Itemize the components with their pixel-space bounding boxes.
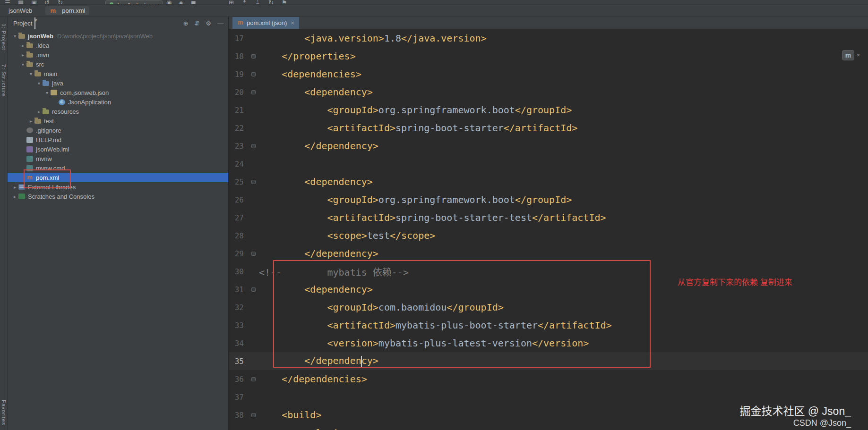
navigation-bar: jsonWeb pom.xml: [0, 5, 868, 17]
code-line-28[interactable]: 28<scope>test</scope>: [229, 227, 868, 245]
tool-window-button-structure[interactable]: 7: Structure: [1, 64, 7, 97]
code-line-35[interactable]: 35</dependency>: [229, 352, 868, 370]
code-line-37[interactable]: 37: [229, 388, 868, 406]
code-line-20[interactable]: 20<dependency>: [229, 83, 868, 101]
tree-down-arrow-icon[interactable]: ▾: [35, 81, 43, 86]
fold-marker-icon[interactable]: [248, 413, 259, 417]
code-line-33[interactable]: 33<artifactId>mybatis-plus-boot-starter<…: [229, 316, 868, 334]
fold-marker-icon[interactable]: [248, 144, 259, 148]
save-icon[interactable]: ▣: [31, 0, 37, 5]
close-icon[interactable]: ×: [291, 19, 294, 26]
code-line-32[interactable]: 32<groupId>com.baomidou</groupId>: [229, 298, 868, 316]
xml-tag: </properties>: [282, 51, 356, 62]
code-line-24[interactable]: 24: [229, 155, 868, 173]
grid-icon[interactable]: ⊞: [229, 0, 234, 5]
fold-marker-icon[interactable]: [248, 72, 259, 76]
tree-item-resources[interactable]: ▸resources: [8, 107, 228, 116]
maven-notification-badge: m ×: [842, 50, 860, 60]
tree-down-arrow-icon[interactable]: ▾: [27, 71, 34, 76]
sort-icon[interactable]: ⇵: [194, 20, 199, 27]
run-configuration-select[interactable]: JsonApplication ▾: [105, 0, 163, 5]
code-line-34[interactable]: 34<version>mybatis-plus-latest-version</…: [229, 334, 868, 352]
tree-item-mvnw[interactable]: mvnw: [8, 154, 228, 163]
folder-open-icon[interactable]: ▤: [18, 0, 24, 5]
coverage-icon[interactable]: ◈: [179, 0, 183, 5]
tree-right-arrow-icon[interactable]: ▸: [27, 118, 34, 124]
tree-down-arrow-icon[interactable]: ▾: [19, 62, 26, 67]
gear-icon[interactable]: ⚙: [206, 20, 211, 27]
tree-item-jsonweb-iml[interactable]: jsonWeb.iml: [8, 144, 228, 154]
maven-icon: [50, 8, 56, 14]
code-line-25[interactable]: 25<dependency>: [229, 173, 868, 191]
redo-icon[interactable]: ↻: [58, 0, 63, 5]
tree-right-arrow-icon[interactable]: ▸: [11, 194, 18, 199]
tree-item-external-libraries[interactable]: ▸External Libraries: [8, 182, 228, 192]
fold-marker-icon[interactable]: [248, 180, 259, 184]
code-line-17[interactable]: 17<java.version>1.8</java.version>: [229, 29, 868, 47]
tree-item-jsonweb[interactable]: ▾jsonWebD:\works\project\json\java\jsonW…: [8, 31, 228, 41]
undo-icon[interactable]: ↺: [44, 0, 50, 5]
tree-down-arrow-icon[interactable]: ▾: [43, 90, 51, 95]
tool-window-button-favorites[interactable]: Favorites: [1, 400, 7, 425]
project-root-path: D:\works\project\json\java\jsonWeb: [57, 33, 153, 40]
arrow-up-icon[interactable]: ⇡: [242, 0, 247, 5]
project-panel-title[interactable]: Project: [13, 20, 32, 27]
code-text: <dependency>: [259, 176, 373, 187]
tree-right-arrow-icon[interactable]: ▸: [35, 109, 43, 114]
tree-item-gitignore[interactable]: .gitignore: [8, 126, 228, 135]
maven-icon[interactable]: m: [842, 50, 854, 60]
code-line-36[interactable]: 36</dependencies>: [229, 370, 868, 388]
tree-down-arrow-icon[interactable]: ▾: [11, 34, 18, 39]
xml-tag: </groupId>: [515, 194, 572, 205]
code-line-21[interactable]: 21<groupId>org.springframework.boot</gro…: [229, 101, 868, 119]
tree-item-scratches-and-consoles[interactable]: ▸Scratches and Consoles: [8, 192, 228, 201]
breadcrumb-file[interactable]: pom.xml: [45, 6, 89, 15]
editor-tab-pom-xml[interactable]: pom.xml (json) ×: [232, 17, 299, 29]
tree-item-pom-xml[interactable]: pom.xml: [8, 173, 228, 182]
fold-marker-icon[interactable]: [248, 54, 259, 59]
code-line-18[interactable]: 18</properties>: [229, 47, 868, 65]
tree-right-arrow-icon[interactable]: ▸: [19, 52, 26, 58]
breadcrumb-project[interactable]: jsonWeb: [9, 7, 32, 14]
debug-icon[interactable]: ◉: [166, 0, 172, 5]
arrow-down-icon[interactable]: ⇣: [255, 0, 260, 5]
project-panel-header: Project ▾ ⊕⇵⚙—: [8, 17, 228, 29]
code-text: <artifactId>mybatis-plus-boot-starter</a…: [259, 320, 612, 331]
fold-marker-icon[interactable]: [248, 287, 259, 292]
code-line-22[interactable]: 22<artifactId>spring-boot-starter</artif…: [229, 119, 868, 137]
code-editor[interactable]: 17<java.version>1.8</java.version>18</pr…: [229, 29, 868, 430]
tree-right-arrow-icon[interactable]: ▸: [19, 43, 26, 48]
tree-item-idea[interactable]: ▸.idea: [8, 41, 228, 50]
menu-icon[interactable]: ☰: [5, 0, 10, 5]
tree-item-help-md[interactable]: HELP.md: [8, 135, 228, 144]
tree-item-main[interactable]: ▾main: [8, 69, 228, 78]
tool-window-button-project[interactable]: 1: Project: [1, 24, 7, 50]
code-line-29[interactable]: 29</dependency>: [229, 245, 868, 262]
hide-icon[interactable]: —: [217, 20, 223, 27]
code-text: <version>mybatis-plus-latest-version</ve…: [259, 337, 589, 349]
tree-item-label: main: [44, 70, 57, 77]
folder-icon: [34, 72, 41, 76]
tree-item-mvnw-cmd[interactable]: mvnw.cmd: [8, 163, 228, 173]
tree-item-com-jsonweb-json[interactable]: ▾com.jsonweb.json: [8, 88, 228, 97]
flag-icon[interactable]: ⚑: [282, 0, 287, 5]
fold-marker-icon[interactable]: [248, 252, 259, 256]
locate-icon[interactable]: ⊕: [183, 20, 189, 27]
code-line-23[interactable]: 23</dependency>: [229, 137, 868, 155]
tree-item-src[interactable]: ▾src: [8, 59, 228, 69]
xml-tag: cy>: [361, 355, 378, 366]
tree-item-java[interactable]: ▾java: [8, 78, 228, 88]
code-line-19[interactable]: 19<dependencies>: [229, 65, 868, 83]
tree-item-jsonapplication[interactable]: JsonApplication: [8, 97, 228, 107]
tree-item-test[interactable]: ▸test: [8, 116, 228, 126]
refresh-icon[interactable]: ↻: [268, 0, 274, 5]
code-line-26[interactable]: 26<groupId>org.springframework.boot</gro…: [229, 191, 868, 209]
close-icon[interactable]: ×: [857, 52, 860, 59]
fold-marker-icon[interactable]: [248, 377, 259, 381]
tree-right-arrow-icon[interactable]: ▸: [11, 185, 18, 190]
tree-item-mvn[interactable]: ▸.mvn: [8, 50, 228, 59]
code-line-27[interactable]: 27<artifactId>spring-boot-starter-test</…: [229, 209, 868, 227]
stop-icon[interactable]: ◼: [191, 0, 196, 5]
fold-marker-icon[interactable]: [248, 90, 259, 94]
xml-text: com.baomidou: [378, 302, 447, 313]
